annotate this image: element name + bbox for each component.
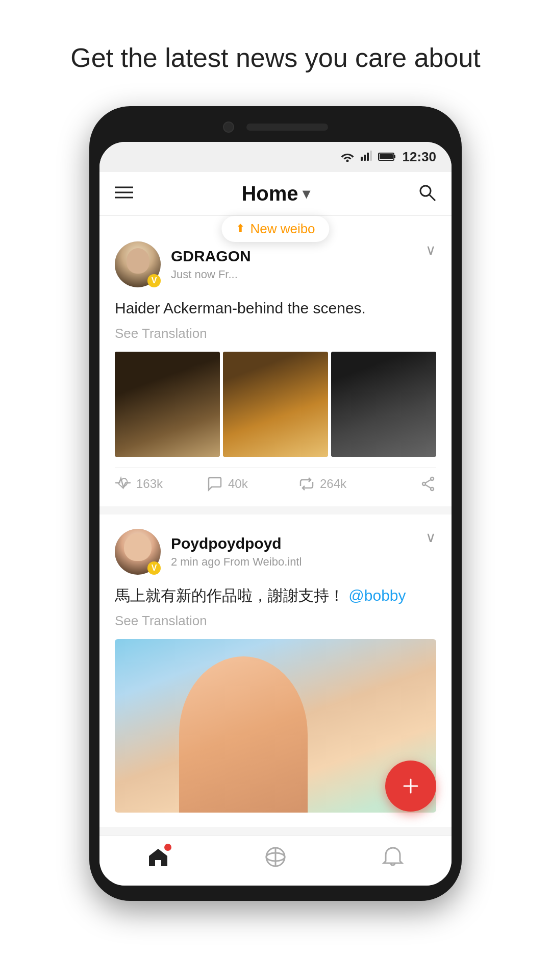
status-bar: 12:30 (99, 142, 452, 172)
home-icon-wrap (147, 846, 169, 870)
photo-sim-3 (331, 352, 436, 457)
svg-rect-3 (367, 153, 369, 161)
post-meta-1: Just now Fr... (171, 268, 251, 281)
discover-icon (264, 846, 287, 868)
post-header-left-2: V Poydpoydpoyd 2 min ago From Weibo.intl (115, 529, 302, 575)
bottom-nav (99, 835, 452, 886)
post-text-2: 馬上就有新的作品啦，謝謝支持！ (115, 587, 344, 604)
feed-area: ⬆ New weibo V GDR (99, 216, 452, 827)
post-image-1-1[interactable] (115, 352, 220, 457)
repost-action-1[interactable]: 264k (298, 476, 390, 492)
svg-rect-1 (361, 157, 363, 161)
app-header: Home ▾ (99, 172, 452, 216)
share-action-1[interactable] (390, 476, 436, 492)
svg-point-11 (420, 186, 431, 196)
header-title[interactable]: Home ▾ (241, 182, 309, 205)
nav-home[interactable] (147, 846, 169, 870)
post-content-1: Haider Ackerman-behind the scenes. (115, 297, 436, 320)
post-mention-2[interactable]: @bobby (348, 587, 406, 604)
repost-count-1: 264k (320, 477, 346, 491)
post-expand-icon-1[interactable]: ∨ (425, 241, 436, 258)
phone-screen: 12:30 Home ▾ (99, 142, 452, 886)
photo-sim-2 (223, 352, 328, 457)
svg-point-0 (346, 160, 348, 162)
comment-action-1[interactable]: 40k (207, 476, 298, 492)
phone-camera (223, 121, 234, 133)
post-expand-icon-2[interactable]: ∨ (425, 529, 436, 546)
notifications-icon-wrap (382, 846, 404, 870)
compose-fab[interactable] (385, 761, 436, 812)
svg-line-17 (425, 485, 431, 488)
post-username-1[interactable]: GDRAGON (171, 248, 251, 265)
nav-notifications[interactable] (382, 846, 404, 870)
svg-rect-7 (380, 154, 393, 159)
post-image-grid-1 (115, 352, 436, 457)
post-content-2: 馬上就有新的作品啦，謝謝支持！ @bobby (115, 584, 436, 607)
header-title-text: Home (241, 182, 298, 205)
nav-home-dot (164, 844, 171, 851)
post-header-left-1: V GDRAGON Just now Fr... (115, 241, 251, 287)
post-meta-2: 2 min ago From Weibo.intl (171, 555, 302, 569)
first-post-wrapper: ⬆ New weibo V GDR (99, 216, 452, 506)
phone-speaker (246, 124, 328, 131)
dropdown-arrow-icon: ▾ (303, 185, 310, 202)
new-weibo-badge[interactable]: ⬆ New weibo (221, 216, 329, 242)
status-time: 12:30 (403, 149, 437, 165)
post-header-1: V GDRAGON Just now Fr... ∨ (115, 241, 436, 287)
post-user-info-2: Poydpoydpoyd 2 min ago From Weibo.intl (171, 535, 302, 569)
discover-icon-wrap (264, 846, 287, 870)
battery-icon (378, 152, 396, 162)
post-header-2: V Poydpoydpoyd 2 min ago From Weibo.intl… (115, 529, 436, 575)
avatar-gdragon[interactable]: V (115, 241, 161, 287)
phone-top-bar (99, 121, 452, 133)
new-weibo-arrow-icon: ⬆ (236, 222, 245, 235)
notifications-icon (382, 846, 404, 868)
status-icons: 12:30 (340, 149, 437, 165)
svg-line-16 (425, 480, 431, 483)
svg-point-15 (431, 487, 434, 491)
post-user-info-1: GDRAGON Just now Fr... (171, 248, 251, 281)
signal-icon (361, 151, 372, 163)
svg-point-13 (431, 477, 434, 480)
verified-badge-2: V (147, 561, 161, 575)
post-actions-1: 163k 40k (115, 467, 436, 492)
see-translation-1[interactable]: See Translation (115, 326, 436, 341)
search-icon[interactable] (418, 183, 436, 204)
post-card-1: V GDRAGON Just now Fr... ∨ Haider Ackerm… (99, 216, 452, 506)
post-username-2[interactable]: Poydpoydpoyd (171, 535, 302, 552)
svg-rect-6 (394, 155, 395, 158)
photo-sim-1 (115, 352, 220, 457)
post-image-1-2[interactable] (223, 352, 328, 457)
avatar-poyd[interactable]: V (115, 529, 161, 575)
svg-point-14 (422, 482, 425, 485)
svg-rect-2 (364, 155, 366, 161)
hamburger-icon[interactable] (115, 185, 133, 202)
page-headline: Get the latest news you care about (40, 0, 511, 106)
comment-count-1: 40k (228, 477, 248, 491)
svg-rect-4 (370, 151, 372, 161)
phone-shell: 12:30 Home ▾ (89, 106, 462, 901)
like-action-1[interactable]: 163k (115, 476, 207, 492)
nav-discover[interactable] (264, 846, 287, 870)
new-weibo-badge-label: New weibo (250, 221, 315, 237)
like-count-1: 163k (136, 477, 163, 491)
see-translation-2[interactable]: See Translation (115, 613, 436, 629)
svg-line-12 (430, 195, 435, 201)
wifi-icon (340, 152, 355, 162)
post-card-2: V Poydpoydpoyd 2 min ago From Weibo.intl… (99, 514, 452, 827)
post-image-1-3[interactable] (331, 352, 436, 457)
verified-badge-1: V (147, 274, 161, 287)
